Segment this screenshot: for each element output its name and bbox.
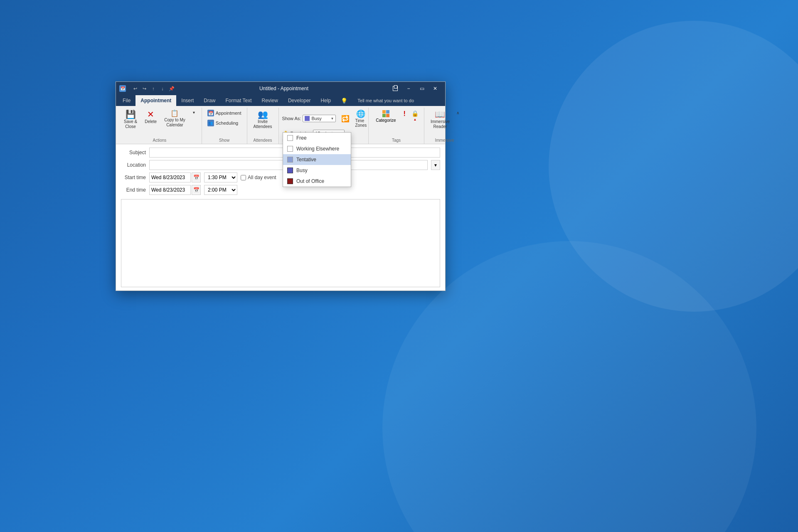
- end-date-input[interactable]: Wed 8/23/2023: [149, 185, 191, 195]
- all-day-checkbox[interactable]: [241, 175, 246, 180]
- form-area: Subject Location ▼ Start time Wed 8/23/2…: [116, 144, 445, 291]
- ribbon-body: 💾 Save &Close ✕ Delete 📋 Copy to MyCalen…: [116, 106, 445, 144]
- subject-label: Subject: [121, 150, 146, 155]
- end-date-field: Wed 8/23/2023 📅: [149, 185, 201, 195]
- invite-label: InviteAttendees: [254, 119, 272, 129]
- start-date-calendar-button[interactable]: 📅: [192, 172, 201, 182]
- categorize-button[interactable]: Categorize: [372, 108, 399, 124]
- start-time-row: Start time Wed 8/23/2023 📅 1:30 PM 2:00 …: [121, 172, 440, 182]
- ribbon-tabs: File Appointment Insert Draw Format Text…: [116, 95, 445, 106]
- menu-item-working-elsewhere[interactable]: Working Elsewhere: [283, 143, 351, 154]
- timezone-label: TimeZones: [355, 118, 367, 128]
- importance-high-button[interactable]: !: [401, 108, 408, 119]
- tab-file[interactable]: File: [118, 95, 135, 106]
- working-elsewhere-label: Working Elsewhere: [296, 146, 339, 152]
- down-button[interactable]: ↓: [158, 84, 167, 93]
- show-items: 📅 Appointment 👥 Scheduling: [205, 108, 244, 128]
- tab-draw[interactable]: Draw: [199, 95, 220, 106]
- start-time-select[interactable]: 1:30 PM 2:00 PM: [204, 172, 237, 182]
- copy-to-calendar-button[interactable]: 📋 Copy to MyCalendar: [161, 108, 188, 129]
- redo-button[interactable]: ↪: [140, 84, 148, 93]
- restore-button[interactable]: [389, 82, 402, 95]
- group-attendees: 👥 InviteAttendees Attendees: [247, 108, 279, 144]
- group-tags-content: Categorize ! 🔒 ▲: [372, 108, 421, 137]
- show-as-value: Busy: [311, 116, 321, 121]
- all-day-check: All day event: [241, 175, 276, 180]
- menu-item-tentative[interactable]: Tentative: [283, 154, 351, 165]
- show-as-color: [305, 116, 310, 121]
- end-time-row: End time Wed 8/23/2023 📅 2:00 PM 2:30 PM: [121, 185, 440, 195]
- end-date-calendar-button[interactable]: 📅: [192, 185, 201, 195]
- group-actions: 💾 Save &Close ✕ Delete 📋 Copy to MyCalen…: [118, 108, 202, 144]
- categorize-icon: [382, 110, 389, 117]
- tags-label: Tags: [372, 137, 421, 144]
- more-icon: ▾: [193, 110, 195, 115]
- tab-appointment[interactable]: Appointment: [135, 95, 176, 106]
- title-bar: 📅 ↩ ↪ ↑ ↓ 📌 Untitled - Appointment − ▭ ✕: [116, 82, 445, 95]
- working-elsewhere-color-swatch: [287, 146, 293, 152]
- invite-icon: 👥: [258, 110, 268, 118]
- immersive-reader-button[interactable]: 📖 ImmersiveReader: [428, 108, 453, 131]
- immersive-label-group: Immersive: [428, 137, 461, 144]
- importance-marker: ▲: [413, 118, 416, 121]
- close-button[interactable]: ✕: [429, 82, 442, 95]
- tell-me-bar[interactable]: Tell me what you want to do: [352, 95, 419, 106]
- body-area[interactable]: [121, 199, 440, 287]
- delete-label: Delete: [145, 119, 157, 124]
- immersive-icon: 📖: [435, 110, 445, 118]
- out-of-office-label: Out of Office: [296, 178, 324, 184]
- busy-color-swatch: [287, 167, 293, 173]
- appointment-show-item[interactable]: 📅 Appointment: [205, 108, 244, 118]
- immersive-label: ImmersiveReader: [431, 119, 450, 129]
- categorize-label: Categorize: [376, 118, 396, 123]
- tab-developer[interactable]: Developer: [283, 95, 316, 106]
- group-immersive-content: 📖 ImmersiveReader ∧: [428, 108, 461, 137]
- location-expand-button[interactable]: ▼: [431, 160, 440, 170]
- pin-button[interactable]: 📌: [167, 84, 176, 93]
- appointment-icon: 📅: [207, 110, 214, 116]
- start-date-field: Wed 8/23/2023 📅: [149, 172, 201, 182]
- save-close-label: Save &Close: [124, 119, 137, 129]
- lock-button[interactable]: 🔒 ▲: [409, 108, 421, 123]
- show-as-label: Show As:: [282, 116, 301, 121]
- collapse-ribbon-button[interactable]: ∧: [454, 109, 461, 116]
- location-label: Location: [121, 162, 146, 168]
- delete-button[interactable]: ✕ Delete: [142, 108, 160, 126]
- tab-review[interactable]: Review: [257, 95, 283, 106]
- end-time-select[interactable]: 2:00 PM 2:30 PM: [204, 185, 237, 195]
- group-immersive: 📖 ImmersiveReader ∧ Immersive: [424, 108, 465, 144]
- show-label: Show: [205, 137, 244, 144]
- minimize-button[interactable]: −: [402, 82, 415, 95]
- show-as-dropdown[interactable]: Busy ▼: [303, 115, 336, 122]
- subject-row: Subject: [121, 148, 440, 158]
- menu-item-free[interactable]: Free: [283, 133, 351, 143]
- invite-attendees-button[interactable]: 👥 InviteAttendees: [251, 108, 275, 131]
- start-date-input[interactable]: Wed 8/23/2023: [149, 172, 191, 182]
- group-tags: Categorize ! 🔒 ▲ Tags: [369, 108, 424, 144]
- up-button[interactable]: ↑: [149, 84, 158, 93]
- recurrence-button[interactable]: 🔁: [339, 113, 352, 124]
- outlook-window: 📅 ↩ ↪ ↑ ↓ 📌 Untitled - Appointment − ▭ ✕…: [116, 81, 446, 291]
- menu-item-busy[interactable]: Busy: [283, 165, 351, 176]
- restore-icon: [393, 86, 398, 91]
- scheduling-show-item[interactable]: 👥 Scheduling: [205, 118, 244, 128]
- show-as-row: Show As: Busy ▼ 🔁 🌐 TimeZones: [282, 108, 367, 128]
- collapse-icon: ∧: [456, 111, 459, 115]
- menu-item-out-of-office[interactable]: Out of Office: [283, 176, 351, 187]
- delete-icon: ✕: [147, 110, 154, 118]
- undo-button[interactable]: ↩: [131, 84, 139, 93]
- tab-insert[interactable]: Insert: [176, 95, 199, 106]
- save-icon: 💾: [126, 110, 136, 118]
- more-actions-button[interactable]: ▾: [190, 108, 198, 116]
- copy-calendar-label: Copy to MyCalendar: [164, 118, 185, 128]
- tab-format-text[interactable]: Format Text: [220, 95, 256, 106]
- scheduling-label: Scheduling: [216, 121, 238, 126]
- title-bar-left: 📅 ↩ ↪ ↑ ↓ 📌: [119, 84, 179, 93]
- show-as-menu: Free Working Elsewhere Tentative Busy Ou…: [283, 132, 351, 187]
- window-title: Untitled - Appointment: [179, 86, 389, 91]
- tab-help[interactable]: Help: [316, 95, 336, 106]
- save-close-button[interactable]: 💾 Save &Close: [121, 108, 140, 131]
- tentative-color-swatch: [287, 157, 293, 163]
- maximize-button[interactable]: ▭: [415, 82, 429, 95]
- tentative-label: Tentative: [296, 157, 316, 163]
